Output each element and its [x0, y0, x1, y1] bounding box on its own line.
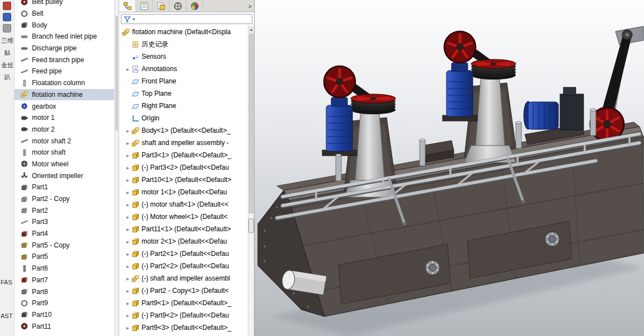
- parts-list-item[interactable]: Belt: [15, 8, 114, 20]
- parts-list-item[interactable]: Part7: [15, 274, 114, 286]
- parts-scrollbar[interactable]: [114, 0, 119, 336]
- parts-list-item[interactable]: Part5: [15, 251, 114, 263]
- motor-2[interactable]: [446, 71, 473, 116]
- expand-arrow-icon[interactable]: ▸: [124, 214, 131, 220]
- tree-item[interactable]: ▸Body<1> (Default<<Default>_: [119, 124, 248, 137]
- tree-scrollbar[interactable]: ▲: [248, 26, 254, 336]
- parts-list-item[interactable]: motor 2: [15, 124, 114, 136]
- tree-item[interactable]: ▸(-) Part2<1> (Default<<Defau: [119, 248, 248, 260]
- expand-arrow-icon[interactable]: ▸: [124, 202, 131, 208]
- expand-arrow-icon[interactable]: ▸: [124, 152, 131, 158]
- parts-list-item[interactable]: Discharge pipe: [15, 43, 114, 54]
- expand-arrow-icon[interactable]: ▸: [124, 140, 131, 146]
- tree-filter-input[interactable]: ▾: [121, 14, 252, 24]
- parts-list-item[interactable]: motor 1: [15, 112, 114, 124]
- tree-item[interactable]: ▸Part3<1> (Default<<Default>_: [119, 149, 248, 161]
- parts-list-item[interactable]: motor shaft 2: [15, 135, 114, 147]
- front-flange-port[interactable]: [545, 232, 560, 246]
- parts-list-item[interactable]: Part9: [15, 297, 114, 309]
- parts-list-item[interactable]: Part10: [15, 309, 114, 321]
- motor-1[interactable]: [326, 105, 352, 151]
- tree-item[interactable]: 历史记录: [119, 38, 248, 50]
- expand-arrow-icon[interactable]: ▸: [124, 251, 131, 257]
- expand-arrow-icon[interactable]: ▸: [124, 128, 131, 134]
- parts-list-item[interactable]: Part6: [15, 263, 114, 274]
- tree-item[interactable]: ▸(-) Motor wheel<1> (Default<: [119, 211, 248, 223]
- tree-item[interactable]: ▸AAnnotations: [119, 63, 248, 75]
- tree-item[interactable]: Top Plane: [119, 87, 248, 100]
- parts-list-item[interactable]: Part5 - Copy: [15, 239, 114, 251]
- tree-item[interactable]: Sensors: [119, 50, 248, 63]
- tree-item[interactable]: Front Plane: [119, 75, 248, 87]
- parts-list-item[interactable]: Part8: [15, 286, 114, 297]
- feature-manager-tab[interactable]: [119, 0, 136, 12]
- parts-list-item[interactable]: Feed pipe: [15, 66, 114, 77]
- viewport-3d[interactable]: [255, 0, 644, 336]
- parts-list-item[interactable]: Part2: [15, 204, 114, 216]
- tree-item[interactable]: ▸(-) Part3<2> (Default<<Defau: [119, 161, 248, 174]
- tree-item[interactable]: Origin: [119, 112, 248, 124]
- parts-list-item[interactable]: Oriented impeller: [15, 170, 114, 181]
- expand-arrow-icon[interactable]: ▸: [124, 288, 131, 294]
- tree-item[interactable]: ▸motor 2<1> (Default<<Defau: [119, 235, 248, 248]
- toolbar-icon-3[interactable]: [3, 24, 11, 32]
- tree-item[interactable]: Right Plane: [119, 100, 248, 112]
- tree-item[interactable]: ▸motor 1<1> (Default<<Defau: [119, 186, 248, 198]
- dimxpert-tab[interactable]: [170, 0, 186, 12]
- expand-arrow-icon[interactable]: ▸: [124, 263, 131, 269]
- expand-arrow-icon[interactable]: ▸: [124, 177, 131, 183]
- tree-item[interactable]: flotation machine (Default<Displa: [119, 26, 248, 38]
- motor-pulley-1[interactable]: [324, 66, 355, 97]
- parts-list-item[interactable]: Branch feed inlet pipe: [15, 31, 114, 43]
- expand-arrow-icon[interactable]: ▸: [124, 165, 131, 171]
- expand-arrow-icon[interactable]: ▸: [124, 226, 131, 232]
- parts-list-item[interactable]: Part11: [15, 320, 114, 332]
- flotation-machine-model[interactable]: [255, 0, 644, 336]
- gearbox-body[interactable]: [560, 94, 584, 130]
- tree-item[interactable]: ▸Part9<1> (Default<<Default>_: [119, 297, 248, 309]
- parts-list-item[interactable]: Feed branch pipe: [15, 54, 114, 66]
- parts-list-item[interactable]: gearbox: [15, 100, 114, 112]
- impeller-tower-2[interactable]: [443, 31, 516, 162]
- parts-list-item[interactable]: Motor wheel: [15, 158, 114, 170]
- expand-arrow-icon[interactable]: ▸: [124, 300, 131, 306]
- tree-item[interactable]: ▸Part11<1> (Default<<Default>: [119, 223, 248, 235]
- tree-item[interactable]: ▸(-) Part2<2> (Default<<Defau: [119, 260, 248, 272]
- tree-item[interactable]: ▸shaft and impeller assembly -: [119, 137, 248, 149]
- parts-list-item[interactable]: flotation machine: [15, 89, 114, 101]
- parts-list-item[interactable]: Floatation column: [15, 77, 114, 89]
- parts-list-item[interactable]: motor shaft: [15, 147, 114, 158]
- tree-item[interactable]: ▸(-) Part2 - Copy<1> (Default<: [119, 284, 248, 297]
- expand-arrow-icon[interactable]: ▸: [124, 312, 131, 319]
- toolbar-icon-2[interactable]: [3, 13, 11, 21]
- tree-scrollbar-thumb[interactable]: [249, 34, 253, 213]
- parts-list-item[interactable]: Belt pulley: [15, 0, 114, 8]
- scrollbar-up-arrow-icon[interactable]: ▲: [248, 26, 254, 34]
- drive-motor[interactable]: [528, 102, 558, 129]
- expand-arrow-icon[interactable]: ▸: [124, 66, 131, 72]
- tree-item[interactable]: ▸Part10<1> (Default<<Default>: [119, 174, 248, 186]
- expand-arrow-icon[interactable]: ▸: [124, 325, 131, 331]
- filter-dropdown-caret[interactable]: ▾: [133, 17, 135, 22]
- tabs-overflow-chevron[interactable]: >: [248, 0, 252, 12]
- parts-list-item[interactable]: Part1: [15, 181, 114, 193]
- display-manager-tab[interactable]: [186, 0, 203, 12]
- parts-list-item[interactable]: Part2 - Copy: [15, 193, 114, 205]
- tree-item[interactable]: ▸Part9<3> (Default<<Default>_: [119, 321, 248, 334]
- configuration-manager-tab[interactable]: [153, 0, 170, 12]
- front-flange-port[interactable]: [425, 260, 440, 275]
- tree-item[interactable]: ▸(-) Part9<2> (Default<<Defau: [119, 309, 248, 321]
- tree-item[interactable]: ▸(-) motor shaft<1> (Default<<: [119, 198, 248, 211]
- expand-arrow-icon[interactable]: ▸: [124, 276, 131, 282]
- property-manager-tab[interactable]: [136, 0, 153, 12]
- parts-list-item[interactable]: Part3: [15, 216, 114, 228]
- driven-pulley-stack-2[interactable]: [471, 59, 516, 80]
- expand-arrow-icon[interactable]: ▸: [124, 239, 131, 245]
- parts-list-item[interactable]: Part4: [15, 228, 114, 240]
- toolbar-icon-1[interactable]: [3, 2, 11, 10]
- expand-arrow-icon[interactable]: ▸: [124, 189, 131, 195]
- parts-scrollbar-thumb[interactable]: [115, 16, 118, 130]
- driven-pulley-stack-1[interactable]: [351, 94, 396, 114]
- motor-pulley-2[interactable]: [444, 31, 476, 63]
- tree-item[interactable]: ▸(-) shaft and impeller assembl: [119, 272, 248, 284]
